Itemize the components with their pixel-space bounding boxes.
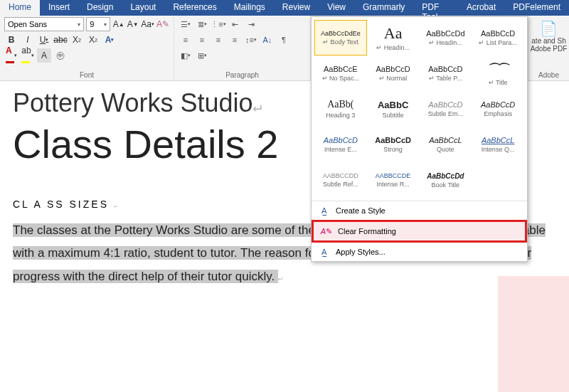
multilevel-list-button[interactable]: ⋮≡▾ (211, 17, 225, 31)
style-cell[interactable]: AaBbCcDIntense E... (314, 127, 367, 162)
superscript-button[interactable]: X2 (86, 33, 100, 47)
align-left-button[interactable]: ≡ (179, 33, 193, 47)
style-name: ↵ Normal (369, 75, 418, 82)
apply-styles-menu-item[interactable]: A̲ Apply Styles... (312, 243, 527, 261)
style-cell[interactable]: AaBbCcDStrong (367, 127, 420, 162)
style-cell[interactable]: AaBbCcDEmphasis (472, 91, 524, 127)
bullets-button[interactable]: ☰▾ (179, 17, 193, 31)
style-preview: ⌒⌒ (489, 60, 507, 78)
tab-acrobat[interactable]: Acrobat (458, 0, 504, 16)
style-name: Heading 3 (317, 112, 365, 119)
style-cell[interactable]: AaBbCcLQuote (420, 127, 472, 162)
style-name: Subtitle (369, 112, 418, 119)
style-cell[interactable]: AaBbCcD↵ List Para... (472, 20, 524, 55)
style-cell[interactable]: AaBbCcD↵ Normal (367, 55, 420, 91)
font-name-combo[interactable]: Open Sans▾ (4, 17, 84, 31)
adobe-line2: Adobe PDF (528, 45, 569, 53)
enclose-characters-button[interactable]: ㊥ (53, 48, 68, 63)
style-cell[interactable]: AaBbCcDdEe↵ Body Text (314, 20, 367, 55)
style-cell[interactable]: AaBbCcE↵ No Spac... (314, 55, 367, 91)
style-cell[interactable]: AaBbCcDSubtle Em... (420, 91, 472, 127)
increase-indent-button[interactable]: ⇥ (244, 17, 258, 31)
style-name: ↵ Headin... (422, 39, 470, 46)
sort-button[interactable]: A↓ (260, 33, 275, 47)
paragraph-group: ☰▾ ≣▾ ⋮≡▾ ⇤ ⇥ ≡ ≡ ≡ ≡ ↕≡▾ A↓ ¶ ◧▾ ⊞▾ Par… (174, 16, 311, 80)
show-paragraph-marks-button[interactable]: ¶ (277, 33, 291, 47)
style-preview: AABBCCDE (376, 172, 411, 179)
style-cell[interactable]: ⌒⌒↵ Title (472, 55, 524, 91)
tab-pdfelement[interactable]: PDFelement (504, 0, 569, 16)
underline-button[interactable]: U▾ (37, 33, 51, 47)
style-name: Subtle Em... (422, 110, 470, 117)
create-style-menu-item[interactable]: A̲ Create a Style (312, 201, 527, 220)
style-preview: AaBbCcD (428, 65, 462, 73)
font-group: Open Sans▾ 9▾ A▲ A▼ Aa▾ A✎ B I U▾ abc X2… (0, 16, 174, 80)
style-cell[interactable]: AaBbCcLIntense Q... (472, 127, 524, 162)
style-cell[interactable]: Aa↵ Headin... (367, 20, 420, 55)
strikethrough-button[interactable]: abc (53, 33, 68, 47)
subscript-button[interactable]: X2 (70, 33, 84, 47)
clear-formatting-menu-item[interactable]: A✎ Clear Formatting (312, 220, 527, 243)
decrease-indent-button[interactable]: ⇤ (228, 17, 242, 31)
style-name: ↵ Title (474, 79, 522, 86)
tab-pdf-tool-set[interactable]: PDF Tool Set (413, 0, 458, 16)
style-preview: AaBbCcD (375, 136, 411, 144)
bold-button[interactable]: B (4, 33, 18, 47)
character-shading-button[interactable]: A (37, 48, 51, 63)
style-preview: AaBbCcD (428, 100, 462, 109)
font-color-button[interactable]: A▾ (4, 48, 18, 63)
align-center-button[interactable]: ≡ (195, 33, 209, 47)
paragraph-mark-icon: ↵ (278, 274, 282, 282)
style-name: Intense Q... (474, 146, 522, 153)
highlight-button[interactable]: ab▾ (21, 48, 35, 63)
style-preview: AaBbCcL (429, 136, 462, 144)
group-label: Paragraph (174, 71, 310, 79)
line-spacing-button[interactable]: ↕≡▾ (244, 33, 258, 47)
change-case-button[interactable]: Aa▾ (141, 17, 154, 31)
justify-button[interactable]: ≡ (228, 33, 242, 47)
tab-insert[interactable]: Insert (40, 0, 78, 16)
style-preview: AABBCCDD (323, 172, 358, 179)
numbering-button[interactable]: ≣▾ (195, 17, 209, 31)
tab-view[interactable]: View (319, 0, 354, 16)
style-cell[interactable]: AABBCCDDSubtle Ref... (314, 162, 367, 198)
clear-formatting-icon: A✎ (321, 226, 332, 237)
style-cell[interactable]: AaBb(Heading 3 (314, 91, 367, 127)
style-name: ↵ Headin... (369, 44, 418, 51)
text-effects-button[interactable]: A▾ (102, 33, 117, 47)
style-preview: AaBbCcD (481, 100, 515, 109)
adobe-group: 📄 ate and Sh Adobe PDF Adobe (528, 16, 569, 81)
borders-button[interactable]: ⊞▾ (195, 48, 209, 63)
tab-design[interactable]: Design (78, 0, 122, 16)
group-label: Font (0, 71, 174, 79)
style-name: Intense R... (369, 181, 418, 188)
style-name: ↵ No Spac... (317, 75, 365, 82)
clear-formatting-button[interactable]: A✎ (156, 17, 169, 31)
style-preview: AaBbCcE (324, 65, 358, 73)
tab-grammarly[interactable]: Grammarly (354, 0, 413, 16)
align-right-button[interactable]: ≡ (211, 33, 225, 47)
style-cell[interactable]: AaBbCcDd↵ Headin... (420, 20, 472, 55)
style-cell[interactable]: AaBbCcDdBook Title (420, 162, 472, 198)
style-name: Quote (422, 146, 470, 153)
styles-gallery-dropdown: AaBbCcDdEe↵ Body TextAa↵ Headin...AaBbCc… (311, 16, 528, 262)
decrease-font-button[interactable]: A▼ (127, 17, 139, 31)
italic-button[interactable]: I (21, 33, 35, 47)
tab-review[interactable]: Review (274, 0, 319, 16)
tab-layout[interactable]: Layout (122, 0, 164, 16)
menu-label: Clear Formatting (338, 227, 396, 235)
style-cell[interactable]: AABBCCDEIntense R... (367, 162, 420, 198)
style-cell[interactable]: AaBbCSubtitle (367, 91, 420, 127)
style-name: Strong (369, 146, 418, 153)
tab-home[interactable]: Home (0, 0, 40, 16)
style-cell[interactable]: AaBbCcD↵ Table P... (420, 55, 472, 91)
font-size-combo[interactable]: 9▾ (86, 17, 110, 31)
tab-references[interactable]: References (164, 0, 225, 16)
increase-font-button[interactable]: A▲ (112, 17, 124, 31)
tab-mailings[interactable]: Mailings (225, 0, 274, 16)
style-preview: AaBbCcDd (427, 172, 464, 180)
style-name: Emphasis (474, 110, 522, 117)
menu-label: Create a Style (336, 206, 385, 215)
pdf-icon[interactable]: 📄 (528, 20, 569, 37)
shading-button[interactable]: ◧▾ (179, 48, 193, 63)
